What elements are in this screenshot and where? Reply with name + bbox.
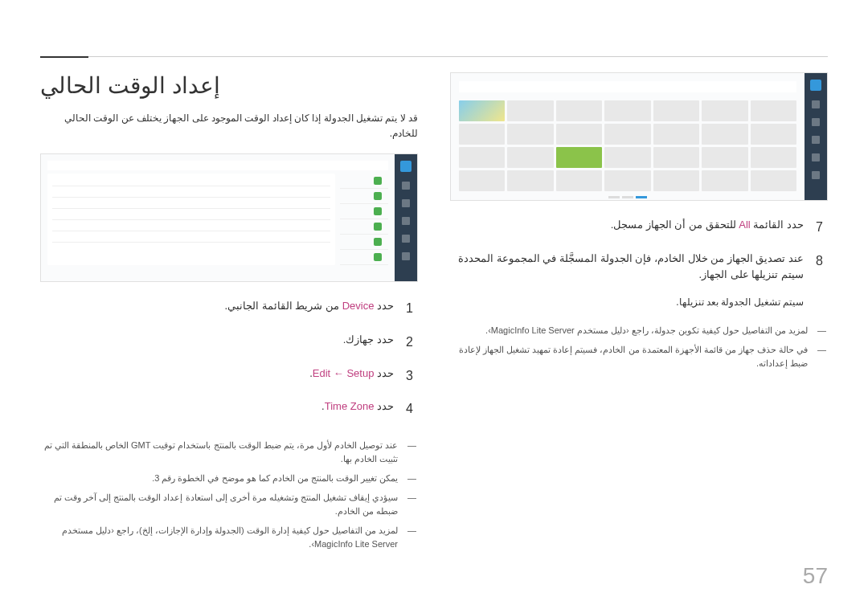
notes-right: ― لمزيد من التفاصيل حول كيفية تكوين جدول… xyxy=(450,324,828,376)
sidebar-dot xyxy=(402,235,410,243)
text: حدد xyxy=(374,400,394,412)
step-text: عند تصديق الجهاز من خلال الخادم، فإن الج… xyxy=(450,251,804,284)
sidebar-dot xyxy=(812,153,820,161)
header-bar xyxy=(47,161,388,170)
grid-cell xyxy=(604,147,650,168)
pagination xyxy=(459,196,796,198)
settings-body xyxy=(47,174,388,265)
check-icon xyxy=(374,177,382,185)
grid-cell xyxy=(459,147,505,168)
grid-cell xyxy=(604,170,650,191)
note-text: في حالة حذف جهاز من قائمة الأجهزة المعتم… xyxy=(450,343,808,371)
device-thumbnail-grid xyxy=(459,100,796,191)
sidebar-dot xyxy=(402,182,410,190)
highlight: Edit ← Setup xyxy=(313,367,375,379)
grid-cell xyxy=(751,147,796,168)
note-text: عند توصيل الخادم لأول مرة، يتم ضبط الوقت… xyxy=(40,439,398,467)
note-text: يمكن تغيير الوقت بالمنتج من الخادم كما ه… xyxy=(40,472,398,486)
settings-row xyxy=(340,235,388,250)
dash-icon: ― xyxy=(406,472,418,486)
grid-cell xyxy=(507,147,553,168)
note-text: سيؤدي إيقاف تشغيل المنتج وتشغيله مرة أخر… xyxy=(40,491,398,519)
page-dot xyxy=(608,196,620,198)
check-icon xyxy=(374,207,382,215)
grid-cell xyxy=(653,124,699,145)
step-number: 7 xyxy=(816,217,828,238)
dash-icon: ― xyxy=(816,324,828,338)
page-number: 57 xyxy=(803,563,828,589)
grid-cell xyxy=(702,147,747,168)
grid-cell xyxy=(653,170,699,191)
step-list-left: 1 حدد Device من شريط القائمة الجانبي. 2 … xyxy=(40,298,418,431)
screenshot-device-grid xyxy=(450,72,828,201)
section-title: إعداد الوقت الحالي xyxy=(40,72,418,99)
grid-cell xyxy=(702,170,747,191)
step-text: حدد Device من شريط القائمة الجانبي. xyxy=(40,298,394,319)
grid-cell xyxy=(604,100,650,121)
step-8: 8 عند تصديق الجهاز من خلال الخادم، فإن ا… xyxy=(450,251,828,284)
step-number: 8 xyxy=(816,251,828,284)
step-list-right: 7 حدد القائمة All للتحقق من أن الجهاز مس… xyxy=(450,217,828,296)
step-number: 1 xyxy=(406,298,418,319)
logo-icon xyxy=(400,161,411,172)
note-text: لمزيد من التفاصيل حول كيفية تكوين جدولة،… xyxy=(450,324,808,338)
grid-cell xyxy=(751,124,796,145)
step-3: 3 حدد Edit ← Setup. xyxy=(40,366,418,386)
settings-row xyxy=(340,189,388,204)
settings-left-panel xyxy=(340,174,388,265)
settings-row xyxy=(340,219,388,235)
sidebar-dot xyxy=(812,118,820,126)
screenshot-content xyxy=(41,154,395,281)
note-item: ― لمزيد من التفاصيل حول كيفية تكوين جدول… xyxy=(450,324,828,338)
settings-row xyxy=(340,174,388,189)
screenshot-settings-panel xyxy=(40,153,418,282)
step-number: 4 xyxy=(406,398,418,419)
panel-row xyxy=(52,223,330,231)
dash-icon: ― xyxy=(406,524,418,552)
sidebar-dot xyxy=(812,100,820,108)
highlight: Device xyxy=(342,300,375,312)
step-text: حدد القائمة All للتحقق من أن الجهاز مسجل… xyxy=(450,217,804,238)
note-item: ― لمزيد من التفاصيل حول كيفية إدارة الوق… xyxy=(40,524,418,552)
panel-row xyxy=(52,201,330,209)
page-container: 7 حدد القائمة All للتحقق من أن الجهاز مس… xyxy=(40,48,828,581)
grid-cell xyxy=(459,170,505,191)
sub-text: سيتم تشغيل الجدولة بعد تنزيلها. xyxy=(450,296,804,308)
text: للتحقق من أن الجهاز مسجل. xyxy=(611,219,739,231)
grid-cell xyxy=(556,100,602,121)
grid-cell xyxy=(459,124,505,145)
check-icon xyxy=(374,253,382,261)
panel-row xyxy=(52,178,330,186)
note-item: ― سيؤدي إيقاف تشغيل المنتج وتشغيله مرة أ… xyxy=(40,491,418,519)
step-1: 1 حدد Device من شريط القائمة الجانبي. xyxy=(40,298,418,319)
panel-row xyxy=(52,190,330,198)
sidebar-dot xyxy=(402,217,410,225)
grid-cell xyxy=(653,147,699,168)
sidebar-dot xyxy=(812,136,820,144)
screenshot-content xyxy=(451,73,805,200)
highlight: Time Zone xyxy=(325,400,375,412)
grid-cell xyxy=(556,124,602,145)
text: من شريط القائمة الجانبي. xyxy=(225,300,342,312)
grid-cell xyxy=(604,124,650,145)
page-top-border-accent xyxy=(40,56,88,58)
step-2: 2 حدد جهازك. xyxy=(40,332,418,353)
text: حدد xyxy=(374,367,394,379)
logo-icon xyxy=(810,80,821,91)
step-number: 3 xyxy=(406,366,418,386)
step-number: 2 xyxy=(406,332,418,353)
dash-icon: ― xyxy=(406,491,418,519)
step-4: 4 حدد Time Zone. xyxy=(40,398,418,419)
grid-cell xyxy=(507,124,553,145)
grid-cell xyxy=(751,100,796,121)
grid-cell xyxy=(556,147,602,168)
description: قد لا يتم تشغيل الجدولة إذا كان إعداد ال… xyxy=(40,111,418,141)
grid-cell xyxy=(507,100,553,121)
grid-cell xyxy=(459,100,505,121)
check-icon xyxy=(374,223,382,231)
text: حدد xyxy=(374,300,394,312)
step-text: حدد Edit ← Setup. xyxy=(40,366,394,386)
page-dot xyxy=(636,196,647,198)
screenshot-sidebar xyxy=(805,73,827,200)
grid-cell xyxy=(556,170,602,191)
